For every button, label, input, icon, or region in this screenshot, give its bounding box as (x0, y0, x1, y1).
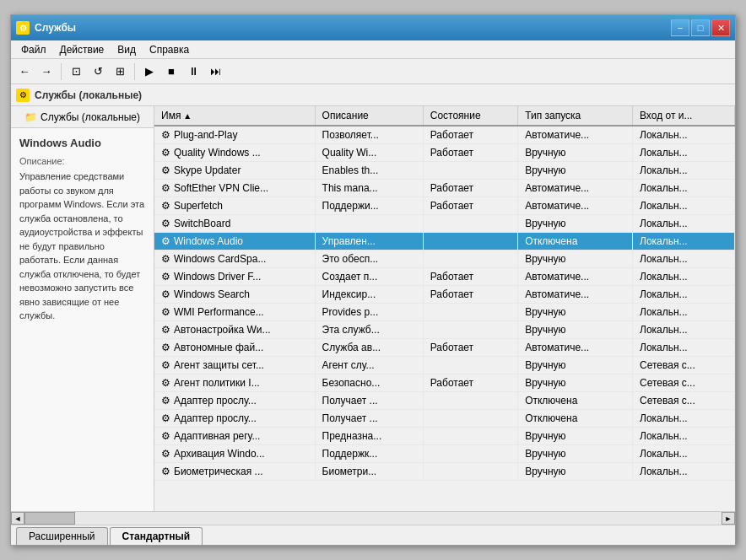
cell-name: ⚙ SoftEther VPN Clie... (154, 180, 315, 197)
menu-file[interactable]: Файл (14, 42, 53, 57)
col-logon[interactable]: Вход от и... (633, 106, 735, 126)
tree-icon: 📁 (24, 111, 37, 123)
table-row[interactable]: ⚙ SoftEther VPN Clie... This mana...Рабо… (154, 180, 735, 197)
table-row[interactable]: ⚙ Skype Updater Enables th...ВручнуюЛока… (154, 162, 735, 180)
cell-logon: Локальн... (633, 250, 735, 268)
cell-logon: Локальн... (633, 126, 735, 144)
table-row[interactable]: ⚙ Superfetch Поддержи...РаботаетАвтомати… (154, 197, 735, 215)
tab-extended-label: Расширенный (29, 530, 95, 542)
table-row[interactable]: ⚙ Автономные фай... Служба ав...Работает… (154, 339, 735, 357)
table-row[interactable]: ⚙ Агент защиты сет... Агент слу...Вручну… (154, 357, 735, 374)
cell-logon: Локальн... (633, 180, 735, 197)
cell-name: ⚙ WMI Performance... (154, 304, 315, 321)
cell-name: ⚙ Superfetch (154, 197, 315, 215)
table-row[interactable]: ⚙ Биометрическая ... Биометри...ВручнуюЛ… (154, 463, 735, 481)
cell-logon: Локальн... (633, 428, 735, 445)
menu-bar: Файл Действие Вид Справка (11, 40, 735, 59)
table-row[interactable]: ⚙ WMI Performance... Provides p...Вручну… (154, 304, 735, 321)
tab-extended[interactable]: Расширенный (16, 527, 108, 545)
forward-button[interactable]: → (36, 62, 57, 81)
maximize-button[interactable]: □ (691, 19, 710, 36)
close-button[interactable]: ✕ (711, 19, 730, 36)
address-icon: ⚙ (16, 89, 30, 102)
left-panel-header: 📁 Службы (локальные) (11, 106, 154, 128)
table-row[interactable]: ⚙ Windows Audio Управлен...ОтключенаЛока… (154, 233, 735, 250)
tree-item-services[interactable]: 📁 Службы (локальные) (18, 108, 147, 127)
table-row[interactable]: ⚙ Агент политики I... Безопасно...Работа… (154, 374, 735, 392)
scroll-left-btn[interactable]: ◄ (11, 512, 24, 525)
toolbar: ← → ⊡ ↺ ⊞ ▶ ■ ⏸ ⏭ (11, 59, 735, 84)
cell-logon: Локальн... (633, 321, 735, 339)
right-panel: Имя Описание Состояние Тип запуска Вход … (154, 106, 735, 511)
table-row[interactable]: ⚙ Plug-and-Play Позволяет...РаботаетАвто… (154, 126, 735, 144)
stop-button[interactable]: ■ (161, 62, 181, 81)
table-row[interactable]: ⚙ Windows Driver F... Создает п...Работа… (154, 268, 735, 286)
service-gear-icon: ⚙ (161, 377, 170, 389)
col-name[interactable]: Имя (154, 106, 315, 126)
cell-logon: Локальн... (633, 215, 735, 233)
cell-logon: Локальн... (633, 162, 735, 180)
cell-desc: Получает ... (315, 410, 423, 428)
cell-desc: Quality Wi... (315, 144, 423, 162)
table-row[interactable]: ⚙ Quality Windows ... Quality Wi...Работ… (154, 144, 735, 162)
cell-status (423, 445, 517, 463)
cell-startup: Отключена (518, 392, 633, 410)
refresh-button[interactable]: ↺ (88, 62, 108, 81)
horizontal-scrollbar[interactable]: ◄ ► (11, 511, 735, 525)
service-gear-icon: ⚙ (161, 164, 170, 176)
play-button[interactable]: ▶ (139, 62, 159, 81)
table-row[interactable]: ⚙ Windows CardSpa... Это обесп...Вручную… (154, 250, 735, 268)
table-row[interactable]: ⚙ Автонастройка Wи... Эта служб...Вручну… (154, 321, 735, 339)
service-gear-icon: ⚙ (161, 466, 170, 477)
service-gear-icon: ⚙ (161, 359, 170, 371)
cell-status (423, 428, 517, 445)
cell-status (423, 321, 517, 339)
cell-name: ⚙ SwitchBoard (154, 215, 315, 233)
cell-logon: Локальн... (633, 197, 735, 215)
tab-standard[interactable]: Стандартный (110, 527, 203, 545)
service-gear-icon: ⚙ (161, 448, 170, 460)
table-row[interactable]: ⚙ Адаптер прослу... Получает ...Отключен… (154, 410, 735, 428)
table-row[interactable]: ⚙ Windows Search Индексир...РаботаетАвто… (154, 286, 735, 304)
minimize-button[interactable]: − (671, 19, 689, 36)
cell-name: ⚙ Quality Windows ... (154, 144, 315, 162)
cell-desc: Индексир... (315, 286, 423, 304)
cell-desc: Биометри... (315, 463, 423, 481)
view-button[interactable]: ⊡ (66, 62, 86, 81)
table-row[interactable]: ⚙ Архивация Windo... Поддержк...ВручнуюЛ… (154, 445, 735, 463)
cell-startup: Отключена (518, 233, 633, 250)
cell-desc: Предназна... (315, 428, 423, 445)
left-panel: 📁 Службы (локальные) Windows Audio Описа… (11, 106, 154, 511)
col-status[interactable]: Состояние (423, 106, 517, 126)
cell-logon: Локальн... (633, 339, 735, 357)
cell-status (423, 392, 517, 410)
cell-status: Работает (423, 197, 517, 215)
col-desc[interactable]: Описание (315, 106, 423, 126)
pause-button[interactable]: ⏸ (183, 62, 203, 81)
cell-name: ⚙ Адаптер прослу... (154, 392, 315, 410)
export-button[interactable]: ⊞ (110, 62, 130, 81)
menu-help[interactable]: Справка (143, 42, 196, 57)
toolbar-separator-2 (134, 63, 135, 80)
table-container[interactable]: Имя Описание Состояние Тип запуска Вход … (154, 106, 735, 511)
cell-status: Работает (423, 268, 517, 286)
scroll-right-btn[interactable]: ► (722, 512, 735, 525)
cell-startup: Автоматиче... (518, 197, 633, 215)
col-startup[interactable]: Тип запуска (518, 106, 633, 126)
cell-logon: Локальн... (633, 304, 735, 321)
table-row[interactable]: ⚙ Адаптер прослу... Получает ...Отключен… (154, 392, 735, 410)
cell-desc: Это обесп... (315, 250, 423, 268)
cell-startup: Вручную (518, 445, 633, 463)
main-window: ⚙ Службы − □ ✕ Файл Действие Вид Справка… (10, 14, 736, 546)
cell-desc: Безопасно... (315, 374, 423, 392)
cell-desc: Создает п... (315, 268, 423, 286)
restart-button[interactable]: ⏭ (205, 62, 225, 81)
menu-action[interactable]: Действие (53, 42, 111, 57)
cell-name: ⚙ Windows CardSpa... (154, 250, 315, 268)
cell-startup: Отключена (518, 410, 633, 428)
table-row[interactable]: ⚙ Адаптивная регу... Предназна...Вручную… (154, 428, 735, 445)
back-button[interactable]: ← (14, 62, 35, 81)
table-row[interactable]: ⚙ SwitchBoard ВручнуюЛокальн... (154, 215, 735, 233)
title-bar: ⚙ Службы − □ ✕ (11, 15, 735, 40)
menu-view[interactable]: Вид (111, 42, 143, 57)
